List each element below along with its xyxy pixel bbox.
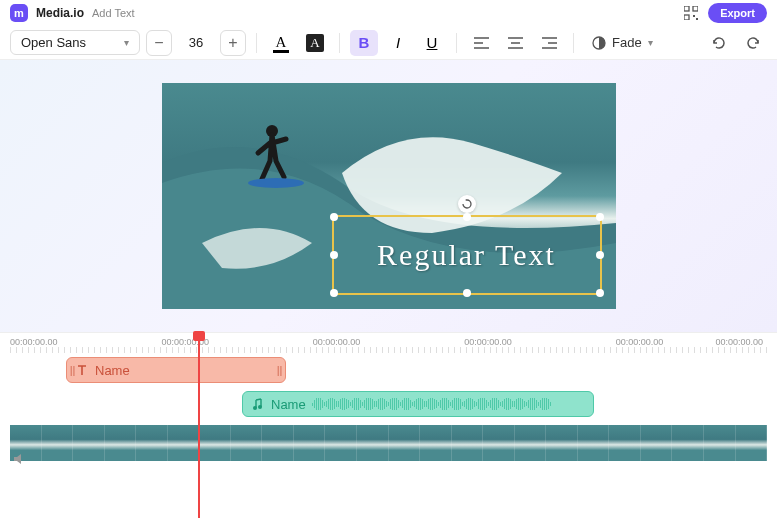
frame-thumb[interactable] bbox=[325, 425, 357, 461]
resize-handle-br[interactable] bbox=[596, 289, 604, 297]
frame-thumb[interactable] bbox=[199, 425, 231, 461]
text-bg-color-button[interactable]: A bbox=[301, 30, 329, 56]
surfer-figure bbox=[252, 131, 276, 195]
ruler-tick: 00:00:00.00 bbox=[715, 333, 763, 347]
font-size-decrease-button[interactable]: − bbox=[146, 30, 172, 56]
video-frame-lane[interactable] bbox=[10, 425, 767, 461]
resize-handle-ml[interactable] bbox=[330, 251, 338, 259]
text-clip[interactable]: || Name || bbox=[66, 357, 286, 383]
resize-handle-tr[interactable] bbox=[596, 213, 604, 221]
fade-icon bbox=[592, 36, 606, 50]
qr-icon[interactable] bbox=[684, 6, 698, 20]
frame-thumb[interactable] bbox=[609, 425, 641, 461]
frame-thumb[interactable] bbox=[294, 425, 326, 461]
frame-thumb[interactable] bbox=[420, 425, 452, 461]
resize-handle-bl[interactable] bbox=[330, 289, 338, 297]
svg-point-17 bbox=[253, 406, 257, 410]
text-toolbar: Open Sans ▾ − 36 + A A B I U Fade ▾ bbox=[0, 26, 777, 60]
app-logo: m bbox=[10, 4, 28, 22]
text-color-button[interactable]: A bbox=[267, 30, 295, 56]
clip-trim-right[interactable]: || bbox=[277, 358, 282, 382]
clip-trim-left[interactable]: || bbox=[70, 358, 75, 382]
music-icon bbox=[251, 397, 265, 411]
app-name: Media.io bbox=[36, 6, 84, 20]
page-subtitle: Add Text bbox=[92, 7, 135, 19]
export-button[interactable]: Export bbox=[708, 3, 767, 23]
timeline[interactable]: 00:00:00.00 00:00:00.00 00:00:00.00 00:0… bbox=[0, 332, 777, 518]
time-ruler[interactable]: 00:00:00.00 00:00:00.00 00:00:00.00 00:0… bbox=[0, 333, 777, 353]
undo-button[interactable] bbox=[705, 30, 733, 56]
chevron-down-icon: ▾ bbox=[648, 37, 653, 48]
italic-button[interactable]: I bbox=[384, 30, 412, 56]
frame-thumb[interactable] bbox=[105, 425, 137, 461]
font-size-value[interactable]: 36 bbox=[178, 35, 214, 50]
font-size-increase-button[interactable]: + bbox=[220, 30, 246, 56]
svg-rect-1 bbox=[693, 6, 698, 11]
font-family-select[interactable]: Open Sans ▾ bbox=[10, 30, 140, 55]
frame-thumb[interactable] bbox=[357, 425, 389, 461]
frame-thumb[interactable] bbox=[168, 425, 200, 461]
resize-handle-mb[interactable] bbox=[463, 289, 471, 297]
text-overlay-box[interactable]: Regular Text bbox=[332, 215, 602, 295]
playhead[interactable] bbox=[198, 333, 200, 518]
frame-thumb[interactable] bbox=[262, 425, 294, 461]
canvas-area[interactable]: Regular Text bbox=[0, 60, 777, 332]
frame-thumb[interactable] bbox=[73, 425, 105, 461]
frame-thumb[interactable] bbox=[452, 425, 484, 461]
text-clip-label: Name bbox=[95, 363, 130, 378]
align-center-button[interactable] bbox=[501, 30, 529, 56]
app-header: m Media.io Add Text Export bbox=[0, 0, 777, 26]
frame-thumb[interactable] bbox=[42, 425, 74, 461]
frame-thumb[interactable] bbox=[641, 425, 673, 461]
frame-thumb[interactable] bbox=[231, 425, 263, 461]
text-icon bbox=[75, 363, 89, 377]
svg-rect-0 bbox=[684, 6, 689, 11]
resize-handle-mt[interactable] bbox=[463, 213, 471, 221]
redo-button[interactable] bbox=[739, 30, 767, 56]
mute-button[interactable] bbox=[12, 452, 26, 470]
audio-waveform bbox=[312, 397, 585, 411]
resize-handle-mr[interactable] bbox=[596, 251, 604, 259]
svg-rect-4 bbox=[696, 18, 698, 20]
svg-rect-3 bbox=[693, 15, 695, 17]
resize-handle-tl[interactable] bbox=[330, 213, 338, 221]
overlay-text[interactable]: Regular Text bbox=[377, 238, 556, 272]
align-right-button[interactable] bbox=[535, 30, 563, 56]
svg-point-16 bbox=[248, 178, 304, 188]
video-preview[interactable]: Regular Text bbox=[162, 83, 616, 309]
underline-button[interactable]: U bbox=[418, 30, 446, 56]
bold-button[interactable]: B bbox=[350, 30, 378, 56]
svg-point-18 bbox=[258, 405, 262, 409]
svg-rect-2 bbox=[684, 15, 689, 20]
frame-thumb[interactable] bbox=[136, 425, 168, 461]
frame-thumb[interactable] bbox=[546, 425, 578, 461]
frame-thumb[interactable] bbox=[704, 425, 736, 461]
audio-clip[interactable]: Name bbox=[242, 391, 594, 417]
frame-thumb[interactable] bbox=[736, 425, 768, 461]
align-left-button[interactable] bbox=[467, 30, 495, 56]
frame-thumb[interactable] bbox=[578, 425, 610, 461]
frame-thumb[interactable] bbox=[389, 425, 421, 461]
frame-thumb[interactable] bbox=[515, 425, 547, 461]
frame-thumb[interactable] bbox=[672, 425, 704, 461]
audio-clip-label: Name bbox=[271, 397, 306, 412]
rotate-handle[interactable] bbox=[458, 195, 476, 213]
frame-thumb[interactable] bbox=[483, 425, 515, 461]
chevron-down-icon: ▾ bbox=[124, 37, 129, 48]
fade-select[interactable]: Fade ▾ bbox=[584, 31, 661, 54]
